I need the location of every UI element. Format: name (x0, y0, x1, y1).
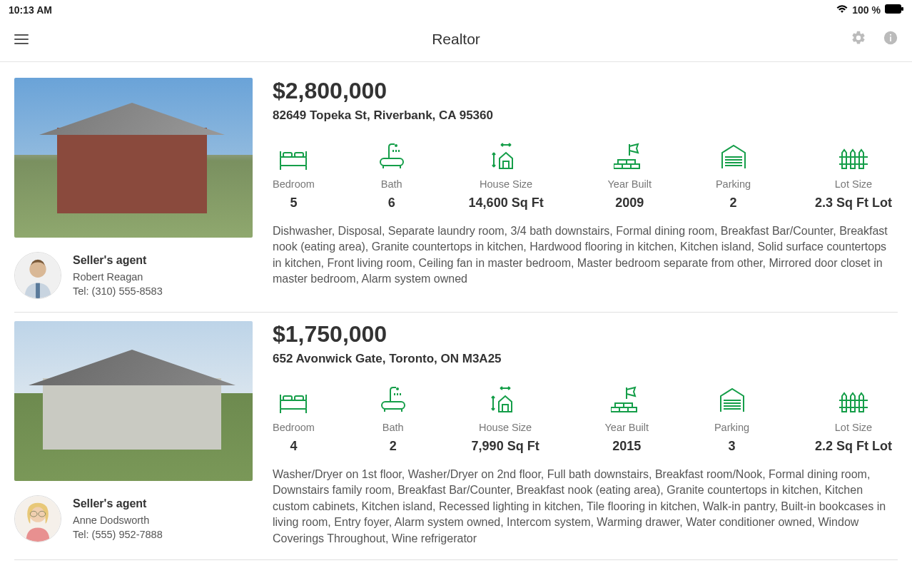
stat-lot-size: Lot Size 2.3 Sq Ft Lot (815, 143, 892, 211)
svg-rect-28 (502, 405, 508, 412)
stat-value: 2 (390, 439, 397, 454)
svg-point-27 (396, 387, 399, 390)
agent-avatar[interactable] (14, 495, 61, 542)
agent-row[interactable]: Seller's agent Robert Reagan Tel: (310) … (14, 252, 253, 299)
app-title: Realtor (0, 31, 912, 48)
listing-price: $2,800,000 (273, 78, 898, 104)
stat-label: Bath (381, 178, 402, 190)
status-bar: 10:13 AM 100 % (0, 0, 912, 20)
svg-rect-13 (503, 161, 509, 168)
stat-value: 14,600 Sq Ft (469, 196, 544, 211)
bed-icon (278, 386, 309, 415)
listing-left: Seller's agent Anne Dodsworth Tel: (555)… (14, 321, 253, 547)
stat-bath: Bath 6 (379, 143, 405, 211)
stat-year-built: Year Built 2009 (608, 143, 652, 211)
stat-label: House Size (479, 422, 532, 433)
stat-year-built: Year Built 2015 (605, 386, 649, 454)
listing-price: $1,750,000 (273, 321, 898, 348)
svg-rect-32 (628, 407, 637, 412)
settings-icon[interactable] (851, 30, 866, 49)
bath-icon (379, 143, 405, 171)
svg-rect-25 (295, 396, 303, 400)
listing-address: 82649 Topeka St, Riverbank, CA 95360 (273, 108, 898, 123)
listing-card[interactable]: Seller's agent Robert Reagan Tel: (310) … (14, 69, 898, 313)
menu-icon[interactable] (14, 34, 29, 44)
agent-tel: Tel: (310) 555-8583 (73, 284, 163, 298)
svg-rect-33 (611, 407, 619, 412)
house-size-icon (489, 386, 522, 415)
listing-details: $2,800,000 82649 Topeka St, Riverbank, C… (273, 78, 898, 299)
house-size-icon (490, 143, 522, 171)
agent-row[interactable]: Seller's agent Anne Dodsworth Tel: (555)… (14, 495, 253, 542)
stat-value: 2015 (612, 439, 641, 454)
stat-value: 6 (388, 196, 395, 211)
svg-rect-23 (280, 400, 306, 409)
house-photo[interactable] (14, 78, 253, 238)
stat-value: 2 (730, 196, 737, 211)
agent-name: Anne Dodsworth (73, 513, 163, 527)
svg-rect-18 (614, 164, 622, 168)
year-built-icon (611, 386, 642, 415)
svg-rect-26 (382, 402, 405, 409)
agent-info: Seller's agent Robert Reagan Tel: (310) … (73, 253, 163, 299)
stats-row: Bedroom 4 Bath 2 House Size 7,990 Sq Ft (273, 386, 898, 454)
stat-label: House Size (480, 178, 532, 190)
stat-value: 2.3 Sq Ft Lot (815, 196, 892, 211)
svg-rect-24 (283, 396, 292, 400)
stat-value: 2009 (615, 196, 644, 211)
svg-rect-16 (622, 164, 631, 168)
listing-address: 652 Avonwick Gate, Toronto, ON M3A25 (273, 352, 898, 366)
svg-point-12 (395, 144, 397, 147)
stat-bedroom: Bedroom 5 (273, 143, 315, 211)
svg-rect-3 (890, 36, 891, 41)
svg-point-4 (890, 34, 891, 36)
stat-label: Year Built (605, 422, 649, 433)
stat-label: Year Built (608, 178, 652, 190)
svg-rect-7 (36, 283, 40, 298)
listing-card[interactable]: Seller's agent Anne Dodsworth Tel: (555)… (14, 313, 898, 560)
stat-value: 5 (290, 196, 297, 211)
house-photo[interactable] (14, 321, 253, 481)
stat-label: Parking (714, 422, 749, 433)
listing-details: $1,750,000 652 Avonwick Gate, Toronto, O… (273, 321, 898, 547)
listing-description: Dishwasher, Disposal, Separate laundry r… (273, 223, 898, 288)
stat-bedroom: Bedroom 4 (273, 386, 315, 454)
wifi-icon (836, 4, 848, 16)
stat-house-size: House Size 7,990 Sq Ft (472, 386, 539, 454)
agent-avatar[interactable] (14, 252, 61, 299)
bath-icon (380, 386, 406, 415)
status-time: 10:13 AM (9, 4, 52, 16)
stat-parking: Parking 3 (714, 386, 749, 454)
stat-parking: Parking 2 (716, 143, 751, 211)
svg-rect-31 (619, 407, 628, 412)
battery-percent: 100 % (852, 4, 881, 16)
bed-icon (278, 143, 309, 171)
listing-left: Seller's agent Robert Reagan Tel: (310) … (14, 78, 253, 299)
agent-name: Robert Reagan (73, 270, 163, 284)
svg-rect-10 (295, 153, 303, 157)
app-bar: Realtor (0, 20, 912, 62)
info-icon[interactable] (883, 31, 898, 48)
stat-bath: Bath 2 (380, 386, 406, 454)
agent-info: Seller's agent Anne Dodsworth Tel: (555)… (73, 496, 163, 542)
stat-label: Bath (382, 422, 404, 433)
stat-value: 2.2 Sq Ft Lot (815, 439, 892, 454)
stat-label: Lot Size (835, 422, 872, 433)
listing-description: Washer/Dryer on 1st floor, Washer/Dryer … (273, 467, 898, 547)
stat-lot-size: Lot Size 2.2 Sq Ft Lot (815, 386, 892, 454)
svg-rect-8 (280, 157, 306, 166)
agent-role: Seller's agent (73, 496, 163, 512)
svg-rect-11 (380, 158, 403, 166)
stat-value: 7,990 Sq Ft (472, 439, 539, 454)
stat-label: Lot Size (835, 178, 872, 190)
parking-icon (719, 143, 748, 171)
agent-role: Seller's agent (73, 253, 163, 268)
stat-label: Bedroom (273, 422, 315, 433)
parking-icon (718, 386, 746, 415)
agent-tel: Tel: (555) 952-7888 (73, 527, 163, 542)
svg-rect-0 (885, 4, 901, 14)
svg-rect-17 (631, 164, 639, 168)
battery-icon (885, 4, 903, 16)
stat-label: Parking (716, 178, 751, 190)
status-right: 100 % (836, 4, 903, 16)
